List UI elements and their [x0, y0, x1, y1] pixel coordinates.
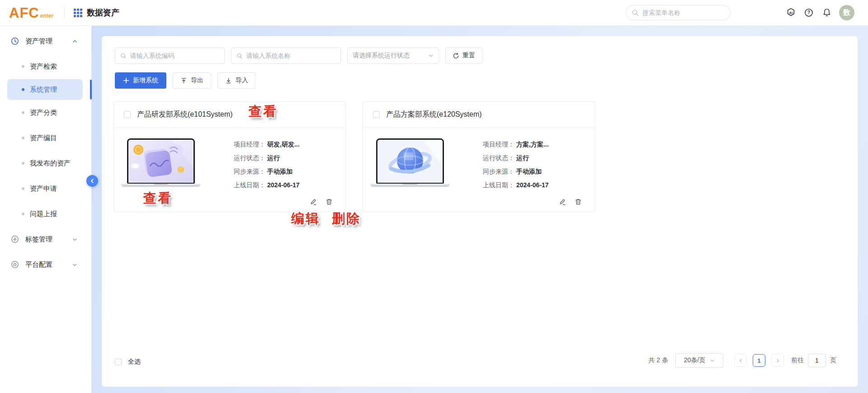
logo-text-main: AFC [9, 6, 39, 20]
system-name-input[interactable] [246, 52, 335, 59]
header-divider [64, 7, 65, 19]
sidebar-item-asset-application[interactable]: 资产申请 [0, 176, 91, 201]
plus-icon [123, 77, 129, 84]
select-all-row: 全选 [115, 358, 141, 366]
refresh-icon [453, 52, 459, 59]
page-size-select[interactable]: 20条/页 [675, 353, 723, 368]
import-icon [225, 77, 232, 84]
menu-search-input[interactable] [642, 9, 725, 16]
delete-icon[interactable] [326, 198, 333, 205]
add-system-button[interactable]: 新增系统 [115, 72, 166, 89]
sidebar-group-platform-config[interactable]: 平台配置 [0, 252, 91, 277]
sidebar-item-asset-catalog[interactable]: 资产编目 [0, 125, 91, 151]
filter-row: 请选择系统运行状态 重置 [115, 47, 482, 64]
system-code-field[interactable] [115, 47, 225, 64]
select-all-label: 全选 [128, 358, 141, 366]
import-button[interactable]: 导入 [217, 72, 256, 89]
card-body: 项目经理：方案,方案... 运行状态：运行 同步来源：手动添加 上线日期：202… [363, 128, 594, 212]
sidebar-collapse-button[interactable] [86, 175, 98, 187]
goto-label: 前往 [791, 356, 804, 365]
card-fields: 项目经理：方案,方案... 运行状态：运行 同步来源：手动添加 上线日期：202… [483, 137, 549, 192]
search-icon [236, 52, 243, 59]
pagination: 共 2 条 20条/页 1 前往 页 [648, 353, 836, 368]
app-logo[interactable]: AFC enter [9, 6, 53, 20]
total-count: 共 2 条 [648, 356, 668, 365]
card-fields: 项目经理：研发,研发... 运行状态：运行 同步来源：手动添加 上线日期：202… [234, 137, 300, 192]
card-actions [559, 198, 582, 205]
chevron-down-icon [710, 358, 715, 363]
system-name-field[interactable] [231, 47, 341, 64]
page: AFC enter 数据资产 AI [0, 0, 868, 393]
page-unit-label: 页 [830, 356, 836, 365]
chevron-down-icon [428, 53, 434, 58]
bullet-dot-icon [22, 111, 24, 114]
sidebar-item-system-management[interactable]: 系统管理 [7, 79, 83, 100]
bullet-dot-icon [22, 187, 24, 190]
system-thumbnail-laptop [376, 138, 450, 187]
avatar[interactable]: 数 [839, 5, 854, 20]
chevron-up-icon [72, 38, 78, 44]
system-card-2: 产品方案部系统(e120System) [363, 101, 595, 212]
card-actions [310, 198, 333, 205]
chevron-down-icon [72, 237, 78, 242]
chevron-right-icon [775, 358, 780, 363]
sidebar-item-my-published-assets[interactable]: 我发布的资产 [0, 151, 91, 176]
goto-page-input[interactable] [808, 354, 826, 367]
card-header: 产品方案部系统(e120System) [363, 102, 594, 128]
edit-icon[interactable] [310, 198, 317, 205]
search-icon [120, 52, 127, 59]
delete-icon[interactable] [575, 198, 582, 205]
ai-icon[interactable]: AI [785, 7, 797, 19]
help-icon[interactable]: ? [803, 7, 815, 19]
edit-icon[interactable] [559, 198, 566, 205]
sidebar-group-label: 平台配置 [25, 260, 52, 269]
card-body: 项目经理：研发,研发... 运行状态：运行 同步来源：手动添加 上线日期：202… [114, 128, 345, 212]
settings-target-icon [11, 260, 19, 269]
chevron-left-icon [738, 358, 743, 363]
system-thumbnail-laptop [127, 138, 201, 187]
export-button[interactable]: 导出 [173, 72, 211, 89]
sidebar-group-tag-management[interactable]: 标签管理 [0, 227, 91, 252]
bullet-dot-icon [22, 65, 24, 68]
sidebar-group-label: 标签管理 [25, 235, 52, 244]
pagination-next-button[interactable] [771, 354, 784, 367]
sidebar-item-issue-report[interactable]: 问题上报 [0, 201, 91, 227]
system-code-input[interactable] [130, 52, 219, 59]
plus-circle-icon [11, 235, 19, 243]
pagination-page-1[interactable]: 1 [753, 354, 765, 367]
apps-grid-icon[interactable] [74, 9, 82, 17]
card-header: 产品研发部系统(e101System) [114, 102, 345, 128]
card-checkbox[interactable] [124, 111, 131, 118]
system-status-select[interactable]: 请选择系统运行状态 [347, 47, 439, 64]
logo-text-sub: enter [40, 13, 53, 19]
sidebar-group-asset-management[interactable]: 资产管理 [0, 28, 91, 54]
card-title: 产品研发部系统(e101System) [137, 110, 233, 119]
chevron-left-icon [90, 178, 95, 184]
active-indicator-bar [90, 80, 92, 99]
sidebar-item-asset-classification[interactable]: 资产分类 [0, 100, 91, 125]
menu-search[interactable] [626, 5, 731, 20]
bell-icon[interactable] [821, 7, 833, 19]
select-all-checkbox[interactable] [115, 359, 122, 365]
svg-text:?: ? [807, 10, 810, 15]
svg-text:AI: AI [789, 11, 793, 15]
bullet-dot-icon [22, 137, 24, 139]
export-icon [180, 77, 187, 84]
pagination-prev-button[interactable] [734, 354, 747, 367]
reset-button[interactable]: 重置 [445, 47, 482, 64]
sidebar: 资产管理 资产检索 系统管理 资产分类 资产编目 我发布的资产 [0, 26, 92, 393]
bullet-dot-icon [22, 162, 24, 165]
toolbar: 新增系统 导出 导入 [115, 72, 256, 89]
clock-icon [11, 37, 19, 45]
bullet-dot-icon [22, 213, 24, 215]
bullet-dot-icon [22, 88, 24, 91]
sidebar-item-asset-search[interactable]: 资产检索 [0, 54, 91, 79]
search-icon [632, 9, 639, 16]
card-list: 产品研发部系统(e101System) [113, 101, 595, 212]
chevron-down-icon [72, 262, 78, 268]
top-header: AFC enter 数据资产 AI [0, 0, 868, 26]
card-checkbox[interactable] [373, 111, 380, 118]
content-panel: 请选择系统运行状态 重置 新增系统 [102, 36, 858, 387]
card-title: 产品方案部系统(e120System) [386, 110, 482, 119]
app-title: 数据资产 [87, 7, 119, 18]
